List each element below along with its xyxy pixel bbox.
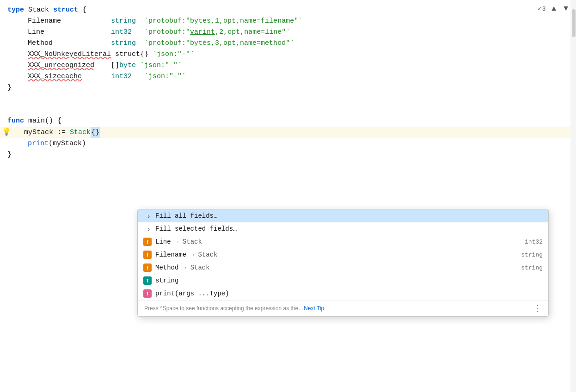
code-line-filename: Filename string `protobuf:"bytes,1,opt,n…	[0, 16, 576, 27]
check-indicator: ✔ 3	[538, 5, 546, 12]
code-line-type-struct: type Stack struct {	[0, 5, 576, 16]
code-editor: ✔ 3 ▲ ▼ type Stack struct { Filename str…	[0, 0, 576, 392]
ac-label-print: print(args ...Type)	[155, 290, 543, 297]
code-line-xxx-sizecache: XXX_sizecache int32 `json:"-"`	[0, 71, 576, 82]
ac-label-string: string	[155, 277, 543, 284]
nav-up-button[interactable]: ▲	[548, 4, 559, 13]
field-icon-method: f	[143, 263, 152, 272]
code-line-print: print (myStack)	[0, 138, 576, 149]
func-icon-print: f	[143, 289, 152, 298]
fill-all-icon: ⇒	[143, 212, 152, 220]
ac-item-line-field[interactable]: f Line → Stack int32	[138, 235, 548, 248]
ac-type-filename: string	[521, 251, 543, 258]
code-line-xxx-unrecognized: XXX_unrecognized [] byte `json:"-"`	[0, 60, 576, 71]
nav-down-button[interactable]: ▼	[560, 4, 571, 13]
ac-item-method-field[interactable]: f Method → Stack string	[138, 261, 548, 274]
code-line-blank-1	[0, 93, 576, 104]
ac-item-string-type[interactable]: T string	[138, 274, 548, 287]
kw-struct: struct	[53, 5, 78, 15]
code-line-blank-2	[0, 104, 576, 116]
code-line-close-brace-2: }	[0, 149, 576, 160]
ac-label-filename: Filename → Stack	[155, 251, 517, 258]
ac-footer: Press ^Space to see functions accepting …	[138, 300, 548, 316]
ac-label-fill-all: Fill all fields…	[155, 212, 543, 220]
ac-item-fill-all[interactable]: ⇒ Fill all fields…	[138, 209, 548, 222]
code-line-func-main: func main () {	[0, 116, 576, 127]
ac-item-filename-field[interactable]: f Filename → Stack string	[138, 248, 548, 261]
ac-footer-text: Press ^Space to see functions accepting …	[144, 305, 324, 312]
code-line-xxx-nounkeyed: XXX_NoUnkeyedLiteral struct{} `json:"-"`	[0, 49, 576, 60]
more-options-icon[interactable]: ⋮	[533, 303, 542, 313]
nav-buttons: ▲ ▼	[548, 4, 571, 13]
struct-name: Stack	[28, 5, 53, 15]
ac-item-print-func[interactable]: f print(args ...Type)	[138, 287, 548, 300]
type-icon-string: T	[143, 276, 152, 285]
kw-type: type	[7, 5, 24, 15]
ac-item-fill-selected[interactable]: ⇒ Fill selected fields…	[138, 222, 548, 235]
code-line-close-brace-1: }	[0, 82, 576, 93]
autocomplete-popup: ⇒ Fill all fields… ⇒ Fill selected field…	[137, 209, 549, 317]
scrollbar-thumb[interactable]	[572, 9, 576, 37]
next-tip-link[interactable]: Next Tip	[304, 305, 324, 312]
ac-label-fill-selected: Fill selected fields…	[155, 225, 543, 233]
scrollbar[interactable]	[570, 0, 576, 392]
code-line-method: Method string `protobuf:"bytes,3,opt,nam…	[0, 38, 576, 49]
code-content: type Stack struct { Filename string `pro…	[0, 0, 576, 160]
check-count: 3	[542, 5, 545, 12]
check-icon: ✔	[538, 5, 541, 12]
fill-selected-icon: ⇒	[143, 225, 152, 233]
code-line-mystack: 💡 myStack := Stack {}	[0, 127, 576, 138]
toolbar: ✔ 3 ▲ ▼	[538, 4, 571, 13]
lightbulb-icon[interactable]: 💡	[0, 127, 13, 138]
field-icon-line: f	[143, 238, 152, 246]
ac-type-line: int32	[525, 239, 543, 245]
ac-label-method: Method → Stack	[155, 264, 517, 271]
code-line-line: Line int32 `protobuf:"varint,2,opt,name=…	[0, 27, 576, 38]
ac-type-method: string	[521, 264, 543, 271]
field-icon-filename: f	[143, 251, 152, 259]
ac-label-line: Line → Stack	[155, 238, 521, 245]
